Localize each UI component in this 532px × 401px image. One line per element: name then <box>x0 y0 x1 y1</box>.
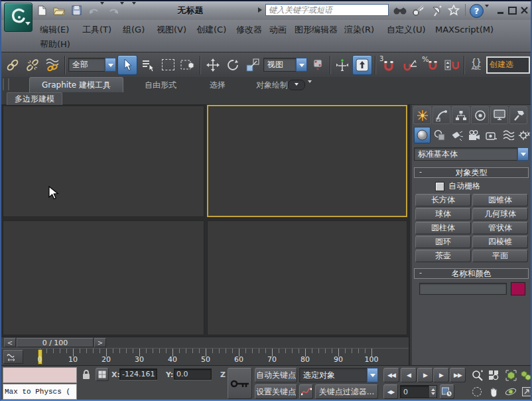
button-cone[interactable]: 圆锥体 <box>472 194 528 206</box>
reference-coordinate-dropdown[interactable]: 视图 <box>263 58 307 72</box>
new-file-button[interactable] <box>36 5 48 16</box>
rollout-object-type[interactable]: - 对象类型 <box>414 167 529 178</box>
menu-item-animation[interactable]: 动画 <box>267 24 289 36</box>
unlink-selection-button[interactable] <box>23 56 42 74</box>
undo-dropdown-caret[interactable] <box>100 5 104 14</box>
select-and-manipulate-button[interactable] <box>334 56 351 74</box>
tab-motion[interactable] <box>471 106 489 124</box>
maximize-viewport-toggle[interactable] <box>519 384 532 399</box>
default-in-out-tangents-button[interactable] <box>299 384 313 399</box>
bind-to-space-warp-button[interactable] <box>43 56 62 74</box>
pan-view-button[interactable] <box>486 384 501 399</box>
y-coordinate-field[interactable]: 0.0 <box>174 368 212 380</box>
command-panel-scrollbar[interactable] <box>410 105 412 365</box>
time-ruler-scale[interactable]: 0 10 20 30 40 50 60 70 80 90 100 <box>25 349 407 365</box>
menu-item-help[interactable]: 帮助(H) <box>38 39 72 50</box>
maximize-button[interactable] <box>507 5 517 15</box>
ribbon-minimize-button[interactable] <box>288 80 305 90</box>
ribbon-tab-selection[interactable]: 选择 <box>198 79 237 91</box>
selected-filter-dropdown[interactable]: 选定对象 <box>299 368 378 382</box>
close-button[interactable] <box>519 5 529 15</box>
percent-snap-toggle-button[interactable]: % <box>421 56 441 74</box>
select-and-move-button[interactable] <box>204 56 222 74</box>
search-expand-arrow[interactable] <box>258 7 265 13</box>
field-of-view-button[interactable] <box>470 384 484 399</box>
menu-item-rendering[interactable]: 渲染(R) <box>342 24 376 36</box>
object-name-input[interactable] <box>419 283 507 295</box>
favorites-button[interactable] <box>447 4 460 17</box>
menu-item-graph-editors[interactable]: 图形编辑器 <box>293 24 340 36</box>
subtab-lights[interactable] <box>448 127 465 143</box>
viewport-top-left[interactable] <box>3 106 204 217</box>
help-button[interactable]: ? <box>470 4 484 18</box>
select-and-rotate-button[interactable] <box>224 56 242 74</box>
redo-button[interactable] <box>107 5 119 16</box>
set-key-button[interactable]: 设置关键点 <box>255 384 297 399</box>
maxscript-mini-listener-macro[interactable] <box>3 367 77 383</box>
time-configuration-button[interactable] <box>440 384 454 399</box>
use-pivot-point-center-button[interactable] <box>308 56 327 74</box>
menu-item-group[interactable]: 组(G) <box>121 24 147 36</box>
menu-item-views[interactable]: 视图(V) <box>155 24 188 36</box>
subtab-geometry[interactable] <box>414 127 431 143</box>
viewport-top-right-active[interactable] <box>207 105 407 217</box>
button-teapot[interactable]: 茶壶 <box>415 250 471 262</box>
spinner-snap-toggle-button[interactable] <box>442 56 461 74</box>
primitive-category-dropdown[interactable]: 标准基本体 <box>414 147 529 161</box>
viewport-bottom-left[interactable] <box>3 220 204 335</box>
button-tube[interactable]: 管状体 <box>472 222 528 234</box>
button-box[interactable]: 长方体 <box>415 194 471 206</box>
tab-hierarchy[interactable] <box>452 106 470 124</box>
angle-snap-toggle-button[interactable] <box>400 56 420 74</box>
select-by-name-button[interactable] <box>139 56 157 74</box>
rollout-name-color[interactable]: - 名称和颜色 <box>414 268 529 279</box>
button-cylinder[interactable]: 圆柱体 <box>415 222 471 234</box>
menu-item-modifiers[interactable]: 修改器 <box>234 24 264 36</box>
set-keys-button[interactable] <box>228 368 252 399</box>
next-frame-arrow[interactable]: > <box>94 338 106 347</box>
menu-item-create[interactable]: 创建(C) <box>194 24 228 36</box>
tab-create[interactable] <box>413 106 431 124</box>
keyboard-shortcut-override-toggle[interactable] <box>352 55 372 75</box>
search-button[interactable] <box>393 5 407 16</box>
ribbon-tab-graphite[interactable]: Graphite 建模工具 <box>29 77 123 92</box>
button-plane[interactable]: 平面 <box>472 250 528 262</box>
ribbon-grip[interactable] <box>3 78 9 90</box>
edit-named-selection-sets-button[interactable]: {} ABC <box>468 56 485 74</box>
ribbon-tab-freeform[interactable]: 自由形式 <box>131 79 190 91</box>
viewport-bottom-right[interactable] <box>207 220 407 335</box>
snaps-toggle-button[interactable]: 3 <box>379 56 399 74</box>
subtab-systems[interactable] <box>516 127 532 143</box>
tab-modify[interactable] <box>432 106 450 124</box>
selection-lock-toggle[interactable] <box>81 368 92 380</box>
auto-key-button[interactable]: 自动关键点 <box>255 368 297 382</box>
frame-indicator[interactable]: 0 / 100 <box>17 338 94 347</box>
subtab-shapes[interactable] <box>431 127 448 143</box>
button-geosphere[interactable]: 几何球体 <box>472 208 528 220</box>
tab-display[interactable] <box>490 106 508 124</box>
maxscript-mini-listener-line[interactable]: Max to Physcs ( <box>3 384 77 400</box>
selection-filter-dropdown[interactable]: 全部 <box>68 58 116 72</box>
save-file-button[interactable] <box>70 5 82 16</box>
subtab-cameras[interactable] <box>466 127 482 143</box>
previous-frame-button[interactable]: ◀ <box>401 368 417 382</box>
ribbon-subtab-polygon-modeling[interactable]: 多边形建模 <box>7 92 62 105</box>
key-mode-toggle[interactable]: ◀▶ <box>383 384 398 399</box>
search-input[interactable] <box>266 5 388 15</box>
select-object-button[interactable] <box>117 55 137 75</box>
menu-item-tools[interactable]: 工具(T) <box>80 24 113 36</box>
zoom-extents-all-button[interactable] <box>519 368 532 382</box>
button-sphere[interactable]: 球体 <box>415 208 471 220</box>
x-coordinate-field[interactable]: -124.161 <box>119 368 157 380</box>
current-frame-field[interactable]: 0 <box>400 385 437 398</box>
tab-utilities[interactable] <box>509 106 527 124</box>
redo-dropdown-caret[interactable] <box>120 5 124 14</box>
zoom-all-button[interactable] <box>486 368 501 382</box>
object-color-swatch[interactable] <box>511 282 525 295</box>
autogrid-checkbox[interactable] <box>435 182 444 191</box>
go-to-end-button[interactable]: ▶▶ <box>450 368 466 382</box>
absolute-mode-transform-toggle[interactable] <box>96 368 109 381</box>
minimize-button[interactable] <box>496 5 505 15</box>
select-and-scale-button[interactable] <box>243 56 262 74</box>
undo-button[interactable] <box>88 5 100 16</box>
